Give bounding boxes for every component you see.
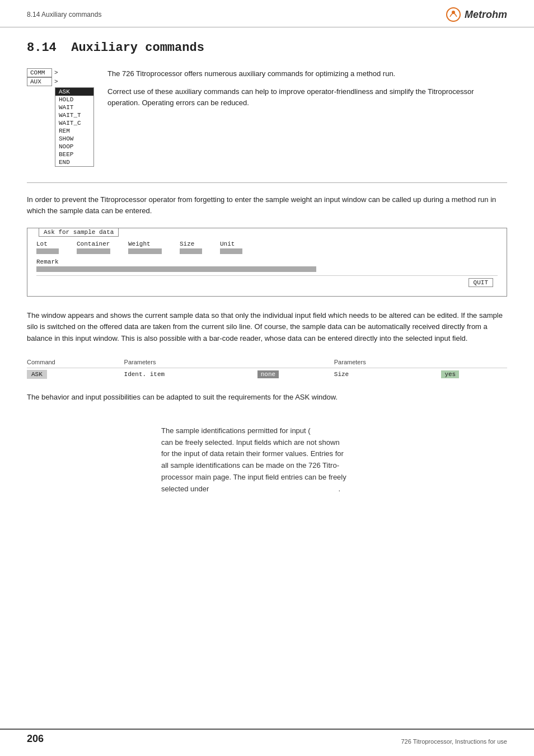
sample-remark-label: Remark bbox=[36, 259, 59, 265]
sample-input-remark[interactable] bbox=[36, 266, 316, 272]
nav-tree-aux: AUX > bbox=[27, 77, 94, 86]
menu-item-wait[interactable]: WAIT bbox=[55, 104, 93, 111]
param-none-cell: none bbox=[257, 368, 334, 381]
param-size-cell: Size bbox=[334, 368, 442, 381]
sample-window-body: Lot Container Weight Size Unit bbox=[27, 228, 507, 296]
nav-aux-box: AUX bbox=[27, 77, 52, 86]
param-ident-item: Ident. item bbox=[124, 368, 257, 381]
sample-field-unit: Unit bbox=[220, 241, 242, 254]
header-section-title: 8.14 Auxiliary commands bbox=[27, 11, 101, 18]
nav-tree-comm: COMM > bbox=[27, 68, 94, 77]
command-table-header-row: Command Parameters Parameters bbox=[27, 358, 507, 368]
menu-item-beep[interactable]: BEEP bbox=[55, 151, 93, 158]
param-ident-label: Ident. item bbox=[124, 371, 165, 378]
indented-paragraph: The sample identifications permitted for… bbox=[161, 425, 507, 495]
sample-field-size: Size bbox=[180, 241, 202, 254]
command-table-container: Command Parameters Parameters ASK Ident.… bbox=[27, 358, 507, 381]
behavior-text: The behavior and input possibilities can… bbox=[27, 392, 507, 403]
sample-input-lot[interactable] bbox=[36, 248, 59, 254]
sample-input-weight[interactable] bbox=[128, 248, 162, 254]
sample-field-weight: Weight bbox=[128, 241, 162, 254]
svg-point-1 bbox=[452, 11, 455, 14]
menu-item-wait-c[interactable]: WAIT_C bbox=[55, 119, 93, 127]
menu-item-show[interactable]: SHOW bbox=[55, 135, 93, 143]
col-header-empty2 bbox=[441, 358, 507, 368]
section-divider bbox=[27, 182, 507, 183]
param-none-highlight: none bbox=[257, 370, 279, 378]
cmd-ask-label: ASK bbox=[27, 370, 47, 379]
menu-item-noop[interactable]: NOOP bbox=[55, 143, 93, 151]
sample-remark-row: Remark bbox=[36, 259, 498, 272]
sample-field-lot: Lot bbox=[36, 241, 59, 254]
nav-comm-arrow: > bbox=[53, 69, 59, 76]
metrohm-logo-icon bbox=[446, 7, 461, 22]
sample-fields-row: Lot Container Weight Size Unit bbox=[36, 241, 498, 254]
chapter-title: 8.14 Auxiliary commands bbox=[27, 41, 507, 55]
menu-item-wait-t[interactable]: WAIT_T bbox=[55, 111, 93, 119]
indented-text-block: The sample identifications permitted for… bbox=[161, 425, 507, 495]
menu-item-end[interactable]: END bbox=[55, 158, 93, 166]
col-header-params2: Parameters bbox=[334, 358, 442, 368]
svg-point-0 bbox=[447, 8, 460, 21]
page-header: 8.14 Auxiliary commands Metrohm bbox=[0, 0, 534, 27]
sample-input-unit[interactable] bbox=[220, 248, 242, 254]
command-row-ask: ASK Ident. item none Size yes bbox=[27, 368, 507, 381]
page-content: 8.14 Auxiliary commands COMM > AUX > ASK… bbox=[0, 27, 534, 518]
command-menu: ASK HOLD WAIT WAIT_T WAIT_C REM SHOW NOO… bbox=[55, 87, 94, 167]
sample-field-container: Container bbox=[77, 241, 110, 254]
nav-tree: COMM > AUX > ASK HOLD WAIT WAIT_T WAIT_C… bbox=[27, 68, 94, 167]
quit-button[interactable]: QUIT bbox=[469, 278, 493, 287]
col-header-empty1 bbox=[257, 358, 334, 368]
sample-window: Ask for sample data Lot Container Weight… bbox=[27, 228, 507, 297]
intro-section: COMM > AUX > ASK HOLD WAIT WAIT_T WAIT_C… bbox=[27, 68, 507, 167]
param-size-label: Size bbox=[334, 371, 349, 378]
sample-input-container[interactable] bbox=[77, 248, 110, 254]
intro-text: The 726 Titroprocessor offers numerous a… bbox=[107, 68, 507, 167]
col-header-params1: Parameters bbox=[124, 358, 257, 368]
page-footer: 206 726 Titroprocessor, Instructions for… bbox=[0, 729, 534, 745]
nav-comm-box: COMM bbox=[27, 68, 52, 77]
quit-button-row: QUIT bbox=[36, 275, 498, 289]
cmd-ask: ASK bbox=[27, 368, 124, 381]
param-yes-highlight: yes bbox=[441, 370, 459, 378]
command-table: Command Parameters Parameters ASK Ident.… bbox=[27, 358, 507, 381]
intro-paragraph-1: The 726 Titroprocessor offers numerous a… bbox=[107, 68, 507, 79]
col-header-command: Command bbox=[27, 358, 124, 368]
nav-aux-arrow: > bbox=[53, 78, 59, 85]
page-number: 206 bbox=[27, 730, 44, 745]
footer-doc-title: 726 Titroprocessor, Instructions for use bbox=[401, 735, 507, 745]
description-text: The window appears and shows the current… bbox=[27, 310, 507, 344]
metrohm-logo-text: Metrohm bbox=[465, 9, 507, 21]
menu-item-hold[interactable]: HOLD bbox=[55, 96, 93, 104]
body-text: In order to prevent the Titroprocessor o… bbox=[27, 194, 507, 217]
metrohm-logo: Metrohm bbox=[446, 7, 507, 22]
intro-paragraph-2: Correct use of these auxiliary commands … bbox=[107, 86, 507, 109]
menu-item-rem[interactable]: REM bbox=[55, 127, 93, 135]
param-yes-cell: yes bbox=[441, 368, 507, 381]
sample-input-size[interactable] bbox=[180, 248, 202, 254]
menu-item-ask[interactable]: ASK bbox=[55, 88, 93, 96]
sample-window-title: Ask for sample data bbox=[39, 228, 119, 237]
